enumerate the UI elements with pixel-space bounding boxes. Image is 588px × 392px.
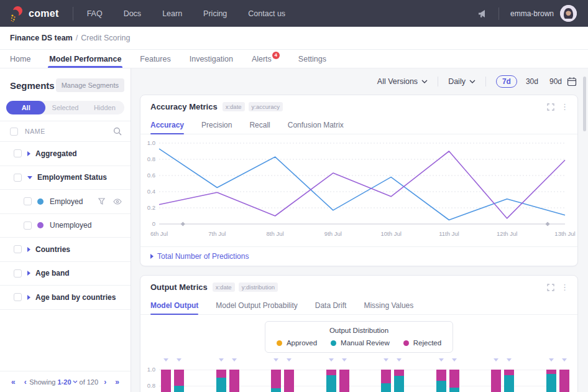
stacked-bar-6th-jul-1[interactable] xyxy=(161,353,171,392)
comet-logo[interactable]: comet xyxy=(9,5,59,22)
row-checkbox[interactable] xyxy=(14,245,22,253)
stacked-bar-9th-jul-2[interactable] xyxy=(339,353,349,392)
tab-recall[interactable]: Recall xyxy=(249,117,270,134)
segment-row-countries[interactable]: Countries xyxy=(0,238,131,262)
stacked-bar-9th-jul-1[interactable] xyxy=(326,353,336,392)
legend-item-approved[interactable]: Approved xyxy=(277,339,317,347)
segment-label: Age band xyxy=(35,269,70,278)
tab-home[interactable]: Home xyxy=(10,50,30,68)
tab-data-drift[interactable]: Data Drift xyxy=(315,297,347,314)
stacked-bar-8th-jul-2[interactable] xyxy=(284,353,294,392)
filter-icon[interactable] xyxy=(98,198,105,205)
filter-pill-all[interactable]: All xyxy=(6,101,45,114)
segment-row-aggregated[interactable]: Aggregated xyxy=(0,142,131,166)
segment-row-employment-status[interactable]: Employment Status xyxy=(0,166,131,190)
row-checkbox[interactable] xyxy=(14,293,22,301)
stacked-bar-13th-jul-1[interactable] xyxy=(546,353,556,392)
breadcrumb-team[interactable]: Finance DS team xyxy=(10,34,73,42)
svg-text:12th Jul: 12th Jul xyxy=(497,230,517,237)
breadcrumb-page[interactable]: Credit Scoring xyxy=(81,34,130,42)
topnav-item-contact-us[interactable]: Contact us xyxy=(248,9,285,18)
total-predictions-link[interactable]: Total Number of Predictions xyxy=(140,246,577,266)
segment-row-employed[interactable]: Employed xyxy=(0,190,131,214)
row-checkbox[interactable] xyxy=(14,269,22,278)
tab-model-output-probability[interactable]: Model Output Probability xyxy=(216,297,297,314)
tab-model-output[interactable]: Model Output xyxy=(150,297,198,314)
segments-list: AggregatedEmployment StatusEmployedUnemp… xyxy=(0,142,131,310)
stacked-bar-7th-jul-2[interactable] xyxy=(229,353,239,392)
segments-sidebar: Segments Manage Segments AllSelectedHidd… xyxy=(0,68,131,392)
expand-icon[interactable] xyxy=(547,284,554,291)
range-button-90d[interactable]: 90d xyxy=(547,76,564,87)
kebab-menu-icon[interactable]: ⋮ xyxy=(561,104,569,110)
expand-icon[interactable] xyxy=(547,103,554,111)
row-checkbox[interactable] xyxy=(14,174,22,182)
tab-accuracy[interactable]: Accuracy xyxy=(150,117,184,134)
last-page-button[interactable]: » xyxy=(115,378,119,386)
bar-segment-rejected xyxy=(491,370,501,392)
caret-right-icon[interactable] xyxy=(27,247,30,252)
vertical-scrollbar[interactable] xyxy=(583,77,586,131)
calendar-icon[interactable] xyxy=(567,77,577,86)
stacked-bar-12th-jul-2[interactable] xyxy=(504,353,514,392)
row-checkbox[interactable] xyxy=(14,149,22,157)
tab-label: Alerts xyxy=(252,55,272,63)
legend-item-rejected[interactable]: Rejected xyxy=(403,339,441,347)
segment-row-age-band[interactable]: Age band xyxy=(0,262,131,286)
stacked-bar-12th-jul-1[interactable] xyxy=(491,353,501,392)
tab-model-performance[interactable]: Model Performance xyxy=(49,50,121,68)
manage-segments-button[interactable]: Manage Segments xyxy=(56,78,124,92)
megaphone-icon[interactable] xyxy=(477,9,487,18)
select-all-checkbox[interactable] xyxy=(10,128,18,136)
tab-confusion-matrix[interactable]: Confusion Matrix xyxy=(288,117,344,134)
tab-investigation[interactable]: Investigation xyxy=(190,50,233,68)
stacked-bar-6th-jul-2[interactable] xyxy=(174,353,184,392)
brand-name: comet xyxy=(29,8,59,19)
svg-text:11th Jul: 11th Jul xyxy=(439,230,459,237)
interval-dropdown[interactable]: Daily xyxy=(448,77,475,86)
tab-precision[interactable]: Precision xyxy=(201,117,232,134)
username[interactable]: emma-brown xyxy=(510,9,554,18)
caret-down-icon[interactable] xyxy=(27,176,32,179)
search-icon[interactable] xyxy=(113,127,122,136)
topnav-item-docs[interactable]: Docs xyxy=(124,9,141,18)
first-page-button[interactable]: « xyxy=(11,378,16,386)
stacked-bar-8th-jul-1[interactable] xyxy=(271,353,281,392)
page-size-dropdown[interactable]: 1-20 xyxy=(57,378,77,386)
row-checkbox[interactable] xyxy=(24,222,32,230)
caret-right-icon xyxy=(150,254,154,259)
caret-right-icon[interactable] xyxy=(27,151,30,156)
kebab-menu-icon[interactable]: ⋮ xyxy=(561,284,569,291)
segment-row-unemployed[interactable]: Unemployed xyxy=(0,214,131,238)
stacked-bar-13th-jul-2[interactable] xyxy=(559,353,569,392)
bar-segment-manual_review xyxy=(394,376,404,392)
tab-settings[interactable]: Settings xyxy=(298,50,326,68)
avatar[interactable] xyxy=(560,5,577,22)
caret-right-icon[interactable] xyxy=(27,295,30,300)
stacked-bar-11th-jul-1[interactable] xyxy=(436,353,446,392)
stacked-bar-10th-jul-2[interactable] xyxy=(394,353,404,392)
segment-row-age-band-by-countries[interactable]: Age band by countries xyxy=(0,286,131,310)
next-page-button[interactable]: › xyxy=(104,378,106,386)
stacked-bar-7th-jul-1[interactable] xyxy=(216,353,226,392)
row-checkbox[interactable] xyxy=(24,197,32,205)
tab-alerts[interactable]: Alerts4 xyxy=(252,50,280,68)
filter-pill-selected[interactable]: Selected xyxy=(45,101,85,114)
eye-icon[interactable] xyxy=(113,198,122,205)
tab-features[interactable]: Features xyxy=(140,50,170,68)
segment-label: Unemployed xyxy=(50,221,91,230)
prev-page-button[interactable]: ‹ xyxy=(24,378,27,386)
filter-pill-hidden[interactable]: Hidden xyxy=(85,101,124,114)
tab-missing-values[interactable]: Missing Values xyxy=(364,297,413,314)
versions-dropdown[interactable]: All Versions xyxy=(377,77,428,86)
bar-segment-rejected xyxy=(394,370,404,376)
topnav-item-learn[interactable]: Learn xyxy=(162,9,182,18)
stacked-bar-11th-jul-2[interactable] xyxy=(449,353,459,392)
topnav-item-pricing[interactable]: Pricing xyxy=(203,9,227,18)
stacked-bar-10th-jul-1[interactable] xyxy=(381,353,391,392)
range-button-30d[interactable]: 30d xyxy=(523,76,541,87)
caret-right-icon[interactable] xyxy=(27,271,30,276)
topnav-item-faq[interactable]: FAQ xyxy=(87,9,103,18)
range-button-7d[interactable]: 7d xyxy=(496,75,517,88)
legend-item-manual-review[interactable]: Manual Review xyxy=(331,339,390,347)
